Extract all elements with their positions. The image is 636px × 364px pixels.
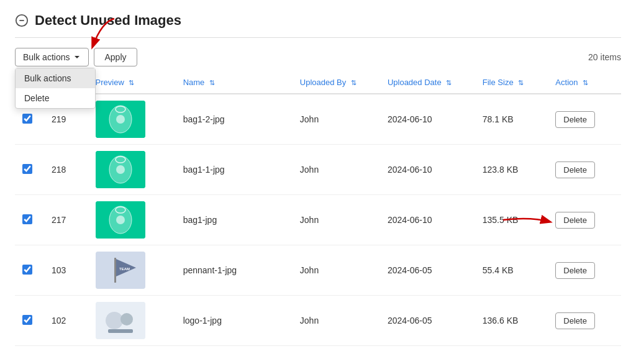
delete-button[interactable]: Delete: [555, 262, 595, 279]
svg-text:TEAM: TEAM: [119, 267, 130, 271]
page-title: Detect Unused Images: [35, 12, 181, 29]
col-header-name: Name ⇅: [176, 71, 293, 94]
row-name: bag1-2-jpg: [176, 94, 293, 145]
row-checkbox-cell: [15, 195, 44, 245]
table-container: Preview ⇅ Name ⇅ Uploaded By ⇅ Uploaded …: [15, 71, 621, 346]
col-header-file-size: File Size ⇅: [475, 71, 548, 94]
row-uploaded-date: 2024-06-10: [380, 145, 475, 195]
chevron-down-icon: [73, 53, 81, 61]
row-checkbox[interactable]: [22, 164, 32, 174]
svg-point-6: [116, 115, 125, 124]
sort-icon-file-size[interactable]: ⇅: [518, 79, 524, 87]
table-row: 103 TEAM pennant-1-jpg John 2024-06-05 5…: [15, 245, 621, 296]
items-count: 20 items: [588, 52, 621, 62]
row-file-size: 55.4 KB: [475, 245, 548, 296]
svg-point-10: [116, 165, 125, 174]
row-id: 217: [44, 195, 88, 245]
table-header-row: Preview ⇅ Name ⇅ Uploaded By ⇅ Uploaded …: [15, 71, 621, 94]
row-preview: [88, 94, 176, 145]
preview-image: [96, 151, 145, 188]
row-preview: [88, 296, 176, 346]
row-checkbox[interactable]: [22, 315, 32, 325]
row-checkbox[interactable]: [22, 265, 32, 275]
sort-icon-action[interactable]: ⇅: [583, 79, 588, 87]
minus-circle-icon: [15, 14, 29, 27]
row-action: Delete: [548, 296, 621, 346]
dropdown-item-delete[interactable]: Delete: [16, 88, 95, 108]
row-action: Delete: [548, 245, 621, 296]
preview-image: [96, 101, 145, 138]
apply-button[interactable]: Apply: [94, 48, 137, 66]
svg-rect-16: [114, 258, 116, 283]
col-header-uploaded-date: Uploaded Date ⇅: [380, 71, 475, 94]
row-file-size: 123.8 KB: [475, 145, 548, 195]
bulk-actions-dropdown: Bulk actions Delete: [15, 68, 96, 109]
row-id: 102: [44, 296, 88, 346]
col-header-preview: Preview ⇅: [88, 71, 176, 94]
row-uploaded-date: 2024-06-10: [380, 94, 475, 145]
row-uploaded-by: John: [293, 195, 380, 245]
row-checkbox-cell: [15, 296, 44, 346]
row-action: Delete: [548, 145, 621, 195]
toolbar-left: Bulk actions Apply Bulk actions Delete: [15, 48, 137, 66]
row-checkbox-cell: [15, 245, 44, 296]
col-header-uploaded-by: Uploaded By ⇅: [293, 71, 380, 94]
dropdown-item-bulk-actions[interactable]: Bulk actions: [16, 68, 95, 88]
row-uploaded-date: 2024-06-05: [380, 296, 475, 346]
page-wrapper: Detect Unused Images Bulk actions Apply: [0, 0, 636, 358]
row-action: Delete: [548, 195, 621, 245]
preview-image: [96, 201, 145, 239]
preview-image: TEAM: [96, 252, 145, 289]
sort-icon-name[interactable]: ⇅: [209, 79, 215, 87]
toolbar: Bulk actions Apply Bulk actions Delete 2…: [15, 48, 621, 66]
row-action: Delete: [548, 94, 621, 145]
row-file-size: 78.1 KB: [475, 94, 548, 145]
row-uploaded-by: John: [293, 145, 380, 195]
table-row: 218 bag1-1-jpg John 2024-06-10 123.8 KB …: [15, 145, 621, 195]
data-table: Preview ⇅ Name ⇅ Uploaded By ⇅ Uploaded …: [15, 71, 621, 346]
delete-button[interactable]: Delete: [555, 312, 595, 329]
row-checkbox[interactable]: [22, 214, 32, 224]
delete-button[interactable]: Delete: [555, 111, 595, 128]
svg-rect-22: [108, 329, 133, 333]
sort-icon-uploaded-by[interactable]: ⇅: [351, 79, 357, 87]
table-body: 219 bag1-2-jpg John 2024-06-10 78.1 KB D…: [15, 94, 621, 346]
row-uploaded-by: John: [293, 245, 380, 296]
col-header-action: Action ⇅: [548, 71, 621, 94]
row-name: bag1-1-jpg: [176, 145, 293, 195]
delete-button[interactable]: Delete: [555, 212, 595, 229]
row-name: pennant-1-jpg: [176, 245, 293, 296]
row-name: bag1-jpg: [176, 195, 293, 245]
table-row: 102 logo-1-jpg John 2024-06-05 136.6 KB …: [15, 296, 621, 346]
row-preview: [88, 145, 176, 195]
row-checkbox-cell: [15, 145, 44, 195]
row-uploaded-by: John: [293, 94, 380, 145]
row-name: logo-1-jpg: [176, 296, 293, 346]
bulk-actions-label: Bulk actions: [23, 52, 70, 62]
page-title-row: Detect Unused Images: [15, 12, 621, 38]
row-uploaded-date: 2024-06-05: [380, 245, 475, 296]
preview-image: [96, 302, 145, 339]
svg-point-14: [116, 216, 125, 224]
delete-button[interactable]: Delete: [555, 162, 595, 178]
svg-point-20: [106, 312, 123, 329]
row-uploaded-by: John: [293, 296, 380, 346]
table-row: 219 bag1-2-jpg John 2024-06-10 78.1 KB D…: [15, 94, 621, 145]
row-file-size: 136.6 KB: [475, 296, 548, 346]
row-id: 218: [44, 145, 88, 195]
row-preview: [88, 195, 176, 245]
table-row: 217 bag1-jpg John 2024-06-10 135.5 KB De…: [15, 195, 621, 245]
row-checkbox[interactable]: [22, 114, 32, 124]
svg-point-21: [120, 313, 133, 325]
row-preview: TEAM: [88, 245, 176, 296]
row-id: 103: [44, 245, 88, 296]
row-uploaded-date: 2024-06-10: [380, 195, 475, 245]
bulk-actions-button[interactable]: Bulk actions: [15, 48, 89, 66]
sort-icon-preview[interactable]: ⇅: [129, 79, 134, 87]
row-file-size: 135.5 KB: [475, 195, 548, 245]
sort-icon-uploaded-date[interactable]: ⇅: [446, 79, 452, 87]
